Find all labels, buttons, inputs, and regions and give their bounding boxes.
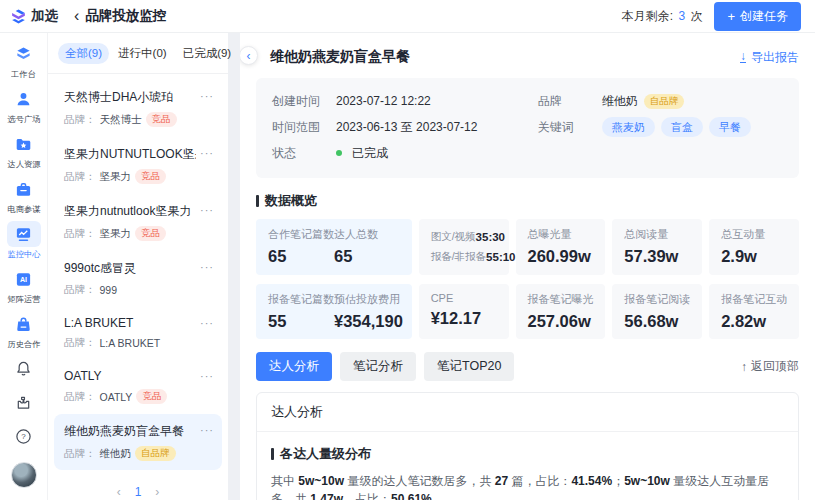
keyword-pill: 早餐: [709, 117, 751, 137]
notifications-bell-icon[interactable]: [15, 360, 32, 381]
metric-value: 55: [268, 312, 334, 331]
metric-card: 合作笔记篇数65 达人总数65: [256, 219, 412, 275]
sidebar-item-matrix-operations[interactable]: AI 矩阵运营: [6, 266, 42, 306]
campaign-title: OATLY: [64, 369, 196, 383]
metric-value: 35:30: [476, 231, 505, 243]
brand-prefix: 品牌：: [64, 113, 96, 127]
monthly-quota: 本月剩余: 3 次: [622, 8, 703, 25]
brand-prefix: 品牌：: [64, 283, 96, 297]
list-item[interactable]: 999otc感冒灵 品牌：999 ···: [54, 251, 222, 306]
up-arrow-icon: ↑: [741, 360, 747, 374]
own-brand-badge: 自品牌: [644, 94, 685, 109]
metric-value: 260.99w: [528, 247, 594, 266]
more-menu-icon[interactable]: ···: [200, 90, 214, 102]
more-menu-icon[interactable]: ···: [200, 261, 214, 273]
brand-prefix: 品牌：: [64, 227, 96, 241]
quota-value: 3: [678, 9, 685, 23]
tab-note-analysis[interactable]: 笔记分析: [340, 352, 416, 381]
created-time-value: 2023-07-12 12:22: [336, 94, 431, 108]
sidebar-item-influencer-resources[interactable]: 达人资源: [6, 131, 42, 171]
tab-all[interactable]: 全部(9): [58, 43, 109, 64]
time-range-label: 时间范围: [272, 119, 336, 136]
brand-name: L:A BRUKET: [100, 337, 161, 349]
tab-in-progress[interactable]: 进行中(0): [111, 43, 174, 64]
plugin-icon[interactable]: [15, 394, 32, 415]
more-menu-icon[interactable]: ···: [200, 370, 214, 382]
metric-card: 报备笔记篇数55 预估投放费用¥354,190: [256, 284, 412, 339]
metric-label: 报备笔记互动: [721, 292, 787, 307]
app-logo[interactable]: 加选: [10, 7, 62, 25]
more-menu-icon[interactable]: ···: [200, 317, 214, 329]
brand-prefix: 品牌：: [64, 390, 96, 404]
own-brand-badge: 自品牌: [135, 446, 176, 461]
list-item[interactable]: L:A BRUKET 品牌：L:A BRUKET ···: [54, 307, 222, 359]
history-bag-icon: [7, 311, 41, 337]
section-bar: [256, 195, 259, 207]
sidebar-item-label: 监控中心: [7, 249, 40, 261]
sidebar-item-selection-plaza[interactable]: 选号广场: [6, 86, 42, 126]
metric-label: 报备笔记篇数: [268, 292, 334, 307]
prev-page-icon[interactable]: ‹: [117, 485, 121, 499]
list-item[interactable]: 坚果力NUTNUTLOOK坚果力... 品牌：坚果力竞品 ···: [54, 137, 222, 193]
metric-value: 57.39w: [624, 247, 690, 266]
campaign-info-box: 创建时间2023-07-12 12:22 时间范围2023-06-13 至 20…: [256, 78, 799, 178]
tab-note-top20[interactable]: 笔记TOP20: [424, 352, 514, 381]
campaign-title: L:A BRUKET: [64, 316, 196, 330]
tab-completed[interactable]: 已完成(9): [176, 43, 239, 64]
create-task-button[interactable]: + 创建任务: [714, 2, 801, 31]
keyword-pill: 盲盒: [661, 117, 703, 137]
metric-label: 报备笔记曝光: [528, 292, 594, 307]
more-menu-icon[interactable]: ···: [200, 204, 214, 216]
metric-card: 总曝光量260.99w: [516, 219, 606, 275]
sidebar-item-monitor-center[interactable]: 监控中心: [6, 221, 42, 261]
competitor-badge: 竞品: [136, 389, 167, 404]
list-item[interactable]: OATLY 品牌：OATLY竞品 ···: [54, 360, 222, 413]
metric-card: 报备笔记互动2.82w: [709, 284, 799, 339]
distribution-summary: 其中 5w~10w 量级的达人笔记数居多，共 27 篇，占比：41.54%；5w…: [271, 472, 784, 500]
keywords-label: 关键词: [538, 119, 602, 136]
sidebar-item-workbench[interactable]: 工作台: [7, 41, 41, 81]
analysis-tabs: 达人分析 笔记分析 笔记TOP20 ↑ 返回顶部: [256, 352, 799, 381]
current-page[interactable]: 1: [135, 485, 142, 499]
list-item[interactable]: 天然博士DHA小琥珀 品牌：天然博士竞品 ···: [54, 80, 222, 136]
section-bar: [271, 448, 274, 460]
tier-distribution-section-header: 各达人量级分布: [271, 445, 784, 463]
tab-influencer-analysis[interactable]: 达人分析: [256, 352, 332, 381]
help-icon[interactable]: ?: [15, 428, 32, 449]
brand-name: 坚果力: [100, 227, 132, 241]
page-title: 品牌投放监控: [85, 7, 166, 25]
top-bar: 加选 ‹ 品牌投放监控 本月剩余: 3 次 + 创建任务: [0, 0, 815, 33]
more-menu-icon[interactable]: ···: [200, 147, 214, 159]
back-to-top-label: 返回顶部: [751, 358, 799, 375]
sidebar-item-history-cooperation[interactable]: 历史合作: [6, 311, 42, 351]
logo-icon: [10, 8, 27, 25]
sidebar-item-label: 选号广场: [7, 114, 40, 126]
competitor-badge: 竞品: [135, 226, 166, 241]
list-item-selected[interactable]: 维他奶燕麦奶盲盒早餐 品牌：维他奶自品牌 ···: [54, 414, 222, 470]
brand-name: 坚果力: [100, 170, 132, 184]
back-to-top-button[interactable]: ↑ 返回顶部: [741, 358, 799, 375]
metric-label: 合作笔记篇数: [268, 227, 334, 242]
brand-prefix: 品牌：: [64, 170, 96, 184]
campaign-list: 天然博士DHA小琥珀 品牌：天然博士竞品 ··· 坚果力NUTNUTLOOK坚果…: [48, 74, 228, 471]
back-chevron-icon[interactable]: ‹: [74, 8, 79, 24]
metric-value: 55:10: [486, 251, 515, 263]
sidebar-item-ecommerce-advisor[interactable]: 电商参谋: [6, 176, 42, 216]
next-page-icon[interactable]: ›: [155, 485, 159, 499]
metric-card: CPE¥12.17: [419, 284, 509, 339]
export-report-link[interactable]: ↓ 导出报告: [740, 49, 799, 66]
metric-label: 达人总数: [334, 227, 400, 242]
more-menu-icon[interactable]: ···: [200, 424, 214, 436]
user-avatar[interactable]: [11, 462, 37, 488]
metric-label: 总曝光量: [528, 227, 594, 242]
list-item[interactable]: 坚果力nutnutlook坚果力 品牌：坚果力竞品 ···: [54, 194, 222, 250]
metric-card: 总互动量2.9w: [709, 219, 799, 275]
metric-value: 2.9w: [721, 247, 787, 266]
campaign-detail-title: 维他奶燕麦奶盲盒早餐: [270, 48, 410, 66]
metric-card-ratio: 图文/视频35:30 报备/非报备55:10: [419, 219, 509, 275]
export-report-label: 导出报告: [751, 49, 799, 66]
detail-panel: ‹ 维他奶燕麦奶盲盒早餐 ↓ 导出报告 创建时间2023-07-12 12:22…: [240, 33, 815, 500]
metrics-row-1: 合作笔记篇数65 达人总数65 图文/视频35:30 报备/非报备55:10 总…: [256, 219, 799, 275]
pagination: ‹ 1 ›: [48, 485, 228, 499]
data-overview-section-header: 数据概览: [256, 192, 799, 210]
